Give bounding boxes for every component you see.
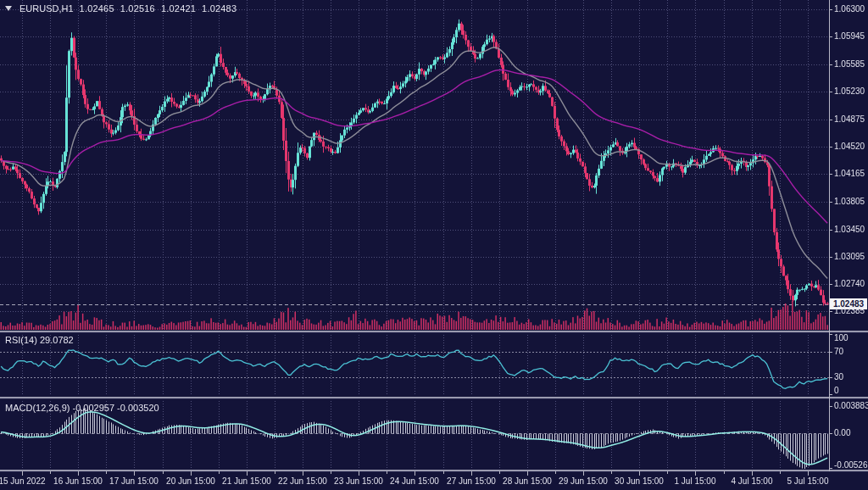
chart-plot-canvas[interactable] [0, 0, 868, 490]
symbol-dropdown-icon[interactable] [5, 6, 12, 11]
time-tick-label: 27 Jun 15:00 [447, 476, 496, 486]
price-tick-label: 1.03095 [834, 252, 865, 261]
time-tick-label: 22 Jun 15:00 [278, 476, 327, 486]
price-tick-label: 1.06300 [834, 4, 865, 14]
rsi-tick-label: 100 [834, 333, 849, 342]
time-tick-label: 16 Jun 15:00 [53, 476, 103, 486]
open-value: 1.02465 [80, 3, 114, 14]
price-tick-label: 1.05230 [834, 86, 865, 96]
time-tick-label: 20 Jun 15:00 [166, 476, 215, 486]
time-tick-label: 24 Jun 15:00 [390, 476, 439, 486]
high-value: 1.02516 [120, 3, 155, 14]
time-tick-label: 29 Jun 15:00 [559, 476, 608, 486]
price-tick-label: 1.02740 [834, 279, 865, 288]
time-tick-label: 23 Jun 15:00 [334, 476, 383, 486]
time-tick-label: 17 Jun 15:00 [109, 476, 159, 486]
rsi-current-value: 29.0782 [40, 335, 74, 345]
rsi-tick-label: 30 [834, 372, 843, 381]
rsi-name: RSI(14) [5, 335, 37, 345]
price-tick-label: 1.04875 [834, 114, 865, 124]
macd-tick-label: 0.00 [834, 428, 850, 437]
time-tick-label: 28 Jun 15:00 [503, 476, 552, 486]
macd-tick-label: 0.003883 [834, 401, 868, 410]
macd-tick-label: -0.005265 [834, 460, 868, 470]
price-tick-label: 1.04520 [834, 142, 865, 151]
price-tick-label: 1.02385 [834, 306, 865, 315]
rsi-tick-label: 70 [834, 347, 843, 356]
price-tick-label: 1.03805 [834, 197, 865, 206]
price-tick-label: 1.03450 [834, 225, 865, 234]
price-tick-label: 1.05945 [834, 31, 865, 41]
rsi-tick-label: 0 [834, 386, 839, 395]
close-value: 1.02483 [202, 3, 236, 14]
low-value: 1.02421 [161, 3, 196, 14]
time-tick-label: 30 Jun 15:00 [615, 476, 664, 486]
time-tick-label: 4 Jul 15:00 [732, 476, 773, 486]
rsi-indicator-label: RSI(14) 29.0782 [5, 335, 74, 345]
macd-indicator-label: MACD(12,26,9) -0.002957 -0.003520 [5, 403, 159, 413]
macd-signal-value: -0.003520 [117, 403, 159, 413]
price-tick-label: 1.05585 [834, 59, 865, 69]
chart-header: EURUSD,H1 1.02465 1.02516 1.02421 1.0248… [5, 3, 236, 14]
price-tick-label: 1.04165 [834, 169, 865, 178]
trading-chart-window: EURUSD,H1 1.02465 1.02516 1.02421 1.0248… [0, 0, 868, 490]
time-tick-label: 5 Jul 15:00 [787, 476, 829, 486]
macd-main-value: -0.002957 [72, 403, 114, 413]
time-tick-label: 1 Jul 15:00 [675, 476, 716, 486]
symbol-label: EURUSD,H1 [19, 3, 74, 14]
macd-name: MACD(12,26,9) [5, 403, 70, 413]
time-tick-label: 15 Jun 2022 [0, 476, 46, 486]
time-tick-label: 21 Jun 15:00 [222, 476, 271, 486]
